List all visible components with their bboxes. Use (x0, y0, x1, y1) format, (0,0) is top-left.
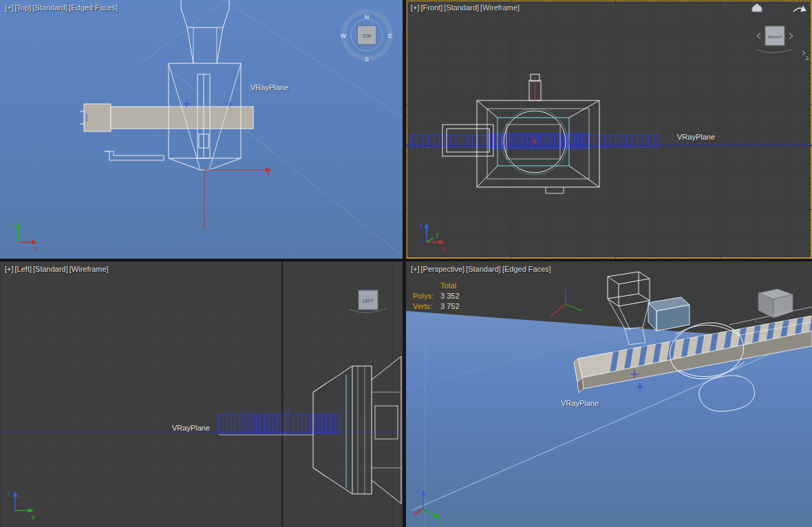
compass-n[interactable]: N (365, 14, 370, 21)
grid-major (406, 0, 812, 259)
stats-row-polys: Polys: 3 352 (413, 291, 460, 301)
left-scene[interactable]: LEFT z y (0, 261, 403, 527)
gizmo-x-label: x (267, 171, 270, 178)
gizmo-z-label: z (201, 231, 204, 239)
tripod-y-label: y (436, 231, 439, 238)
stats-title: Total (440, 281, 460, 291)
axis-tripod-top: y x (10, 222, 38, 252)
viewport-top[interactable]: [+][Top][Standard][Edged Faces] VRayPlan… (0, 0, 403, 259)
menu-pov[interactable]: [Front] (421, 3, 443, 12)
transform-gizmo-top[interactable] (204, 168, 272, 230)
viewcube-face-label[interactable]: LEFT (363, 299, 374, 303)
menu-general[interactable]: [+] (5, 3, 14, 12)
viewport-grid: [+][Top][Standard][Edged Faces] VRayPlan… (0, 0, 812, 527)
viewcube-top-view[interactable]: TOP N S W E (341, 12, 392, 63)
menu-shading[interactable]: [Edged Faces] (502, 265, 551, 273)
viewport-perspective[interactable]: [+][Perspective][Standard][Edged Faces] … (406, 261, 812, 527)
viewport-front[interactable]: [+][Front][Standard][Wireframe] VRayPlan… (406, 0, 812, 259)
menu-standard[interactable]: [Standard] (466, 265, 501, 273)
tripod-z-label: z (420, 222, 423, 228)
hopper-top[interactable] (169, 0, 241, 170)
object-label-vrayplane: VRayPlane (172, 424, 210, 432)
menu-general[interactable]: [+] (5, 265, 14, 273)
bracket-top[interactable] (105, 151, 164, 160)
viewcube-face-label[interactable]: TOP (362, 34, 371, 39)
menu-pov[interactable]: [Perspective] (421, 265, 465, 273)
perspective-scene[interactable]: z y (406, 261, 812, 527)
polys-label: Polys: (413, 291, 440, 301)
stats-row-verts: Verts: 3 752 (413, 301, 460, 312)
menu-shading[interactable]: [Edged Faces] (69, 3, 118, 12)
menu-shading[interactable]: [Wireframe] (70, 265, 109, 273)
menu-general[interactable]: [+] (411, 3, 420, 12)
viewport-menu: [+][Top][Standard][Edged Faces] (5, 3, 119, 12)
tripod-y-label: y (10, 222, 14, 228)
viewport-menu: [+][Perspective][Standard][Edged Faces] (411, 265, 553, 273)
menu-pov[interactable]: [Left] (15, 265, 32, 273)
menu-standard[interactable]: [Standard] (33, 265, 68, 273)
compass-e[interactable]: E (388, 32, 392, 39)
top-scene[interactable]: x z TOP N S W E y x (0, 0, 403, 259)
viewcube-face-label[interactable]: FRONT (768, 35, 782, 39)
viewport-menu: [+][Front][Standard][Wireframe] (411, 3, 521, 12)
verts-label: Verts: (413, 301, 440, 312)
object-label-vrayplane: VRayPlane (677, 133, 715, 141)
viewport-menu: [+][Left][Standard][Wireframe] (5, 265, 110, 273)
tripod-x-label: x (34, 245, 38, 252)
blue-glass-box[interactable] (648, 297, 690, 331)
compass-w[interactable]: W (341, 32, 347, 39)
tripod-z-label: z (8, 490, 11, 497)
tripod-y-label: y (32, 513, 35, 520)
front-scene[interactable]: FRONT z x y (406, 0, 812, 259)
object-label-vrayplane: VRayPlane (250, 83, 288, 92)
menu-standard[interactable]: [Standard] (32, 3, 67, 12)
object-label-vrayplane: VRayPlane (561, 399, 599, 407)
menu-standard[interactable]: [Standard] (444, 3, 479, 12)
verts-value: 3 752 (440, 301, 460, 312)
menu-shading[interactable]: [Wireframe] (480, 3, 520, 12)
tripod-z-label: z (416, 487, 420, 494)
polys-value: 3 352 (440, 291, 460, 301)
viewport-left[interactable]: [+][Left][Standard][Wireframe] VRayPlane (0, 261, 403, 527)
statistics: Total Polys: 3 352 Verts: 3 752 (413, 281, 460, 312)
menu-pov[interactable]: [Top] (15, 3, 32, 12)
tripod-y-label: y (440, 520, 444, 527)
tripod-x-label: x (442, 245, 445, 252)
compass-s[interactable]: S (365, 56, 369, 63)
menu-general[interactable]: [+] (411, 265, 420, 273)
